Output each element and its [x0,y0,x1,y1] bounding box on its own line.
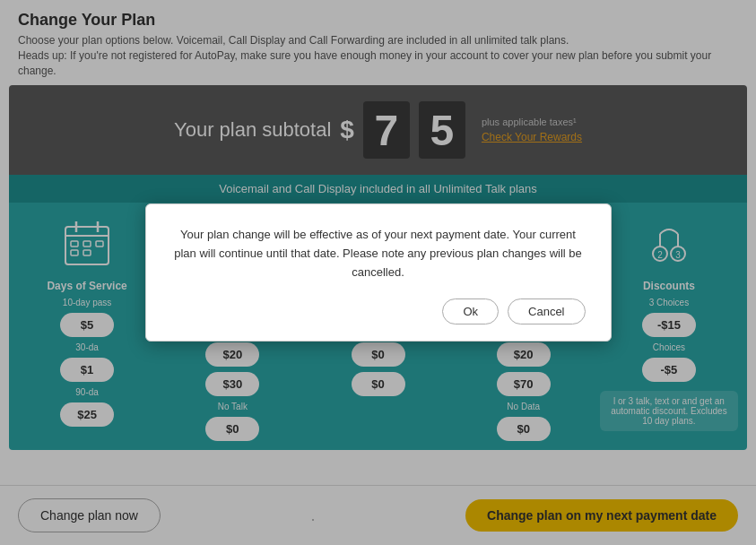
modal-ok-button[interactable]: Ok [442,298,499,324]
page-container: Change Your Plan Choose your plan option… [0,0,756,545]
confirmation-modal: Your plan change will be effective as of… [145,203,612,341]
modal-overlay: Your plan change will be effective as of… [0,0,756,545]
modal-cancel-button[interactable]: Cancel [508,298,585,324]
modal-buttons: Ok Cancel [171,298,586,324]
modal-text: Your plan change will be effective as of… [171,226,586,281]
